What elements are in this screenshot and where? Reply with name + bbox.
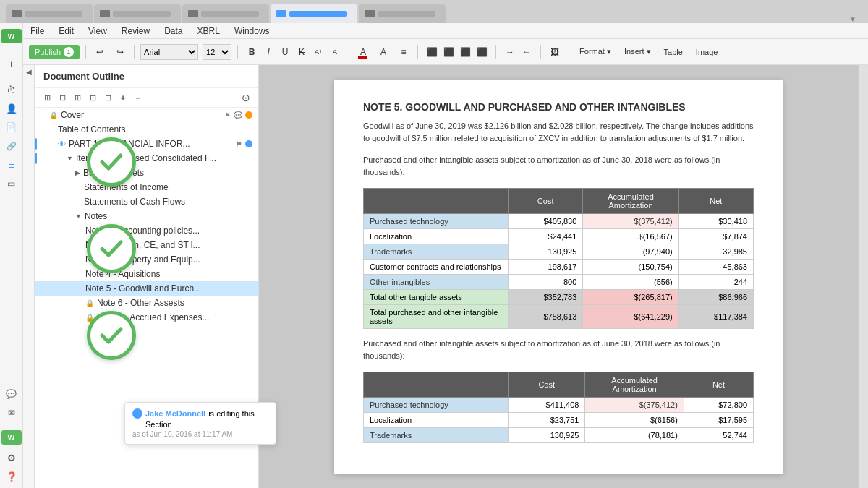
outline-item-toc[interactable]: Table of Contents [35, 122, 258, 137]
row3-net: 32,985 [678, 244, 753, 260]
strikethrough-button[interactable]: K [294, 44, 310, 60]
tab-5[interactable] [359, 4, 446, 23]
balance-expand-icon: ▶ [75, 169, 80, 176]
check-circle-1 [87, 137, 136, 187]
outline-btn-2[interactable]: ⊟ [56, 91, 69, 104]
total2-label: Total purchased and other intangible ass… [364, 305, 509, 329]
outline-btn-add[interactable]: + [116, 91, 129, 104]
sidebar-link-icon[interactable]: 🔗 [3, 137, 20, 155]
paragraph-button[interactable]: ≡ [396, 44, 412, 60]
left-sidebar: w + ⏱ 👤 📄 🔗 ≣ ▭ 💬 ✉ w ⚙ ❓ [0, 23, 23, 488]
th-item1 [364, 189, 509, 214]
align-center-button[interactable]: ⬛ [441, 44, 456, 60]
redo-button[interactable]: ↪ [112, 44, 128, 60]
font-color-button[interactable]: A [355, 44, 371, 60]
cover-label: Cover [61, 110, 84, 120]
outline-item-item1[interactable]: ▼ Item 1. Condensed Consolidated F... [35, 151, 258, 166]
wk-logo: w [1, 29, 22, 43]
outline-collapse-btn[interactable]: ◀ [23, 65, 35, 488]
align-right-button[interactable]: ⬛ [457, 44, 473, 60]
right-scrollbar[interactable] [858, 65, 868, 488]
doc-table1: Cost AccumulatedAmortization Net Purchas… [363, 188, 754, 329]
note6-label: Note 6 - Other Assests [97, 298, 184, 308]
indent-button[interactable]: → [502, 44, 518, 60]
sidebar-help-icon[interactable]: ❓ [3, 468, 20, 485]
superscript-button[interactable]: A1 [310, 44, 326, 60]
doc-view[interactable]: NOTE 5. GOODWILL AND PURCHASED AND OTHER… [259, 65, 858, 488]
outline-btn-3[interactable]: ⊞ [71, 91, 84, 104]
tab-dropdown-icon[interactable]: ▼ [849, 15, 856, 23]
align-left-button[interactable]: ⬛ [424, 44, 440, 60]
format-button[interactable]: Format ▾ [575, 44, 616, 60]
italic-button[interactable]: I [260, 44, 276, 60]
menu-edit[interactable]: Edit [57, 26, 75, 36]
outline-item-note4[interactable]: Note 4 - Aquisitions [35, 267, 258, 281]
outline-item-cashflow[interactable]: Statements of Cash Flows [35, 194, 258, 209]
row1-accum: $(375,412) [583, 214, 678, 229]
sidebar-history-icon[interactable]: ⏱ [3, 81, 20, 98]
outline-item-income[interactable]: Statements of Income [35, 180, 258, 194]
menu-review[interactable]: Review [120, 26, 151, 36]
menu-view[interactable]: View [87, 26, 109, 36]
tab-1[interactable] [6, 4, 93, 23]
sidebar-chat-icon[interactable]: 💬 [3, 385, 20, 403]
font-family-select[interactable]: Arial [140, 44, 198, 60]
tab-4[interactable] [271, 4, 357, 23]
sidebar-doc-icon[interactable]: 📄 [3, 119, 20, 136]
tab-title-3 [201, 11, 259, 17]
outline-item-note5[interactable]: Note 5 - Goodwill and Purch... [35, 281, 258, 296]
outline-item-notes[interactable]: ▼ Notes [35, 209, 258, 223]
bold-button[interactable]: B [244, 44, 260, 60]
sidebar-outline-icon[interactable]: ≣ [3, 156, 20, 174]
outline-item-note1[interactable]: Note 1 - Accounting policies... [35, 223, 258, 238]
t2r2-net: $17,595 [684, 413, 753, 428]
outline-item-cover[interactable]: 🔒 Cover ⚑ 💬 [35, 108, 258, 122]
outline-btn-4[interactable]: ⊞ [86, 91, 99, 104]
outline-btn-minus[interactable]: − [132, 91, 145, 104]
justify-button[interactable]: ⬛ [474, 44, 490, 60]
tab-icon-1 [12, 10, 22, 17]
tab-2[interactable] [94, 4, 181, 23]
menu-windows[interactable]: Windows [233, 26, 271, 36]
th2-net: Net [684, 372, 753, 398]
sidebar-gear-icon[interactable]: ⚙ [3, 449, 20, 466]
toolbar-sep-8 [569, 45, 569, 59]
subscript-button[interactable]: A [327, 44, 343, 60]
item1-blue-bar [35, 153, 37, 164]
outline-btn-5[interactable]: ⊟ [101, 91, 114, 104]
menu-file[interactable]: File [29, 26, 46, 36]
t2r3-net: 52,744 [684, 428, 753, 443]
publish-button[interactable]: Publish 1 [29, 45, 80, 59]
sidebar-add-icon[interactable]: + [3, 55, 20, 72]
table-button[interactable]: Table [660, 44, 687, 60]
tab-title-5 [378, 11, 435, 17]
image-button[interactable]: Image [692, 44, 723, 60]
sidebar-mail-icon[interactable]: ✉ [3, 404, 20, 421]
underline-button[interactable]: U [277, 44, 293, 60]
outline-item-part1[interactable]: 👁 PART 1. - FINANCIAL INFOR... ⚑ [35, 137, 258, 151]
undo-button[interactable]: ↩ [92, 44, 108, 60]
outline-item-balance[interactable]: ▶ Balance Sheets [35, 166, 258, 180]
indent-group: → ← [502, 44, 535, 60]
sidebar-section-icon[interactable]: ▭ [3, 175, 20, 192]
highlight-button[interactable]: A [375, 44, 391, 60]
font-size-select[interactable]: 12 [203, 44, 231, 60]
outdent-button[interactable]: ← [519, 44, 535, 60]
cover-lock-icon: 🔒 [49, 111, 58, 119]
outline-item-note6[interactable]: 🔒 Note 6 - Other Assests [35, 296, 258, 310]
outline-item-note2[interactable]: Note 2 - Cash, CE, and ST l... [35, 238, 258, 252]
insert-button[interactable]: Insert ▾ [620, 44, 655, 60]
outline-btn-more[interactable]: ⊙ [239, 91, 252, 104]
tab-3[interactable] [182, 4, 269, 23]
table-row: Trademarks 130,925 (97,940) 32,985 [364, 244, 754, 260]
insert-image-button[interactable]: 🖼 [547, 44, 563, 60]
menu-xbrl[interactable]: XBRL [196, 26, 221, 36]
outline-item-note3[interactable]: Note 3 - Property and Equip... [35, 252, 258, 267]
toolbar-sep-4 [349, 45, 349, 59]
tab-icon-5 [365, 10, 375, 17]
cover-flag-icon: ⚑ [224, 111, 231, 119]
outline-btn-1[interactable]: ⊞ [41, 91, 54, 104]
sidebar-user-icon[interactable]: 👤 [3, 100, 20, 117]
menu-data[interactable]: Data [163, 26, 184, 36]
outline-item-note7[interactable]: 🔒 Note 7 - Accrued Expenses... [35, 310, 258, 325]
